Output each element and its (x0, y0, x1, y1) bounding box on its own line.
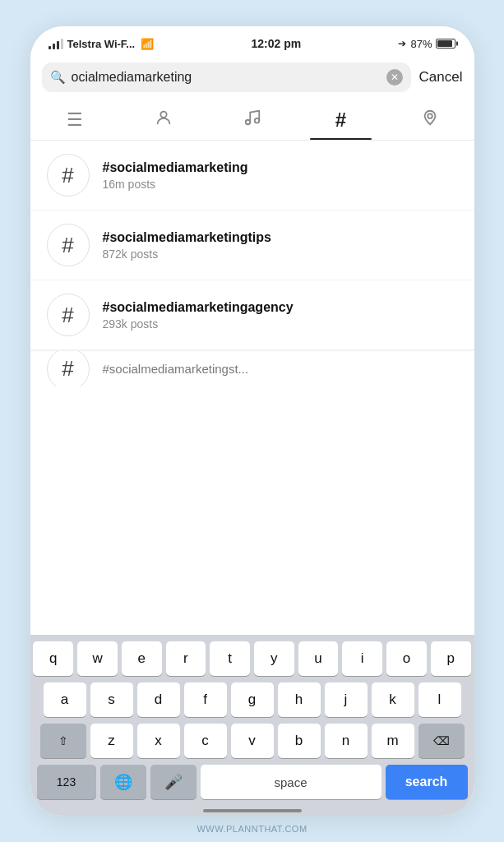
result-tag-3: #socialmediamarketingagency (103, 300, 294, 315)
tab-people-icon (155, 109, 173, 132)
svg-point-3 (428, 113, 432, 118)
result-item-2[interactable]: # #socialmediamarketingtips 872k posts (30, 210, 474, 280)
search-query-text[interactable]: ocialmediamarketing (72, 70, 381, 85)
result-item-3[interactable]: # #socialmediamarketingagency 293k posts (30, 280, 474, 350)
carrier-text: Telstra Wi-F... (67, 38, 136, 50)
keyboard: q w e r t y u i o p a s d f g (30, 635, 474, 816)
tab-places-icon (421, 109, 439, 132)
keyboard-rows: q w e r t y u i o p a s d f g (30, 635, 474, 803)
location-arrow-icon: ➔ (398, 38, 406, 49)
numbers-key[interactable]: 123 (37, 765, 96, 799)
key-g[interactable]: g (231, 682, 274, 717)
result-info-3: #socialmediamarketingagency 293k posts (103, 300, 294, 331)
battery-icon (436, 39, 455, 49)
result-item-1[interactable]: # #socialmediamarketing 16m posts (30, 141, 474, 210)
svg-point-0 (160, 112, 166, 118)
key-z[interactable]: z (90, 724, 133, 758)
tab-audio[interactable] (208, 102, 297, 140)
tab-top-icon: ☰ (67, 109, 83, 131)
hashtag-avatar-3: # (47, 294, 90, 336)
tab-people[interactable] (119, 102, 208, 140)
hashtag-avatar-2: # (47, 224, 90, 266)
clear-button[interactable]: ✕ (386, 69, 403, 86)
hashtag-avatar-4: # (47, 350, 90, 386)
footer-url: WWW.PLANNTHAT.COM (197, 824, 307, 834)
status-time: 12:02 pm (251, 37, 301, 50)
home-indicator (203, 809, 302, 812)
result-count-3: 293k posts (103, 317, 294, 331)
key-t[interactable]: t (210, 641, 250, 676)
result-count-2: 872k posts (103, 248, 271, 261)
key-row-3: ⇧ z x c v b n m ⌫ (34, 724, 471, 758)
signal-bar-4 (61, 39, 63, 49)
key-n[interactable]: n (325, 724, 368, 758)
tab-bar: ☰ # (30, 99, 474, 141)
key-b[interactable]: b (278, 724, 321, 758)
key-s[interactable]: s (90, 682, 133, 717)
svg-point-1 (245, 120, 250, 125)
search-input-container[interactable]: 🔍 ocialmediamarketing ✕ (42, 62, 411, 92)
signal-bar-3 (57, 41, 59, 49)
phone-screen: Telstra Wi-F... 📶 12:02 pm ➔ 87% 🔍 ocial… (30, 26, 474, 816)
signal-bar-1 (49, 46, 51, 49)
search-bar-row: 🔍 ocialmediamarketing ✕ Cancel (30, 56, 474, 99)
key-o[interactable]: o (386, 641, 427, 676)
wifi-icon: 📶 (141, 38, 154, 50)
key-f[interactable]: f (184, 682, 227, 717)
search-icon: 🔍 (50, 70, 66, 85)
status-bar: Telstra Wi-F... 📶 12:02 pm ➔ 87% (30, 26, 474, 56)
results-list: # #socialmediamarketing 16m posts # #soc… (30, 141, 474, 635)
key-p[interactable]: p (431, 641, 471, 676)
key-row-1: q w e r t y u i o p (34, 641, 471, 676)
result-count-1: 16m posts (103, 178, 248, 191)
tab-top[interactable]: ☰ (30, 103, 119, 139)
search-key[interactable]: search (386, 765, 468, 799)
globe-key[interactable]: 🌐 (100, 765, 146, 799)
key-l[interactable]: l (418, 682, 461, 717)
space-key[interactable]: space (201, 765, 381, 799)
key-row-4: 123 🌐 🎤 space search (34, 765, 471, 799)
key-m[interactable]: m (372, 724, 414, 758)
key-c[interactable]: c (184, 724, 227, 758)
result-tag-2: #socialmediamarketingtips (103, 230, 271, 245)
tab-places[interactable] (386, 102, 474, 140)
tab-tags[interactable]: # (297, 102, 386, 140)
bottom-bar (30, 803, 474, 816)
svg-point-2 (254, 118, 259, 123)
key-x[interactable]: x (137, 724, 180, 758)
key-h[interactable]: h (278, 682, 321, 717)
result-item-4-partial[interactable]: # #socialmediamarketingst... (30, 350, 474, 386)
key-v[interactable]: v (231, 724, 274, 758)
key-u[interactable]: u (298, 641, 339, 676)
tab-tags-icon: # (335, 109, 346, 132)
key-i[interactable]: i (342, 641, 382, 676)
result-info-2: #socialmediamarketingtips 872k posts (103, 230, 271, 261)
key-y[interactable]: y (254, 641, 294, 676)
phone-wrapper: Telstra Wi-F... 📶 12:02 pm ➔ 87% 🔍 ocial… (0, 0, 504, 842)
key-a[interactable]: a (44, 682, 86, 717)
result-tag-4-partial: #socialmediamarketingst... (103, 362, 249, 376)
signal-bar-2 (53, 44, 55, 49)
mic-key[interactable]: 🎤 (150, 765, 197, 799)
key-r[interactable]: r (166, 641, 206, 676)
key-e[interactable]: e (122, 641, 162, 676)
key-d[interactable]: d (137, 682, 180, 717)
signal-bars-icon (49, 38, 63, 49)
shift-key[interactable]: ⇧ (40, 724, 86, 758)
key-k[interactable]: k (372, 682, 414, 717)
tab-audio-icon (243, 109, 261, 132)
key-row-2: a s d f g h j k l (34, 682, 471, 717)
key-w[interactable]: w (77, 641, 118, 676)
key-q[interactable]: q (33, 641, 73, 676)
delete-key[interactable]: ⌫ (418, 724, 465, 758)
status-right: ➔ 87% (398, 38, 455, 50)
cancel-button[interactable]: Cancel (419, 69, 463, 86)
battery-percent-text: 87% (410, 38, 432, 50)
hashtag-avatar-1: # (47, 154, 90, 197)
result-tag-1: #socialmediamarketing (103, 160, 248, 175)
result-info-1: #socialmediamarketing 16m posts (103, 160, 248, 191)
key-j[interactable]: j (325, 682, 368, 717)
status-left: Telstra Wi-F... 📶 (49, 38, 155, 50)
